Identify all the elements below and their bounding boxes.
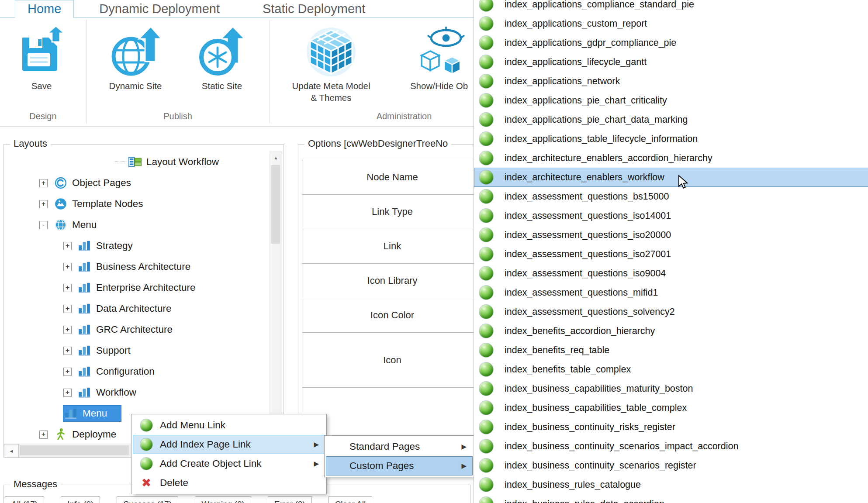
- update-meta-model-button[interactable]: Update Meta Model & Themes: [286, 23, 376, 103]
- page-list-item[interactable]: index_applications_lifecycle_gantt: [474, 52, 868, 72]
- page-list-item[interactable]: index_assessment_questions_solvency2: [474, 302, 868, 321]
- page-name: index_applications_gdpr_compliance_pie: [505, 38, 676, 48]
- messages-tab-success-17[interactable]: Success (17): [117, 496, 178, 503]
- collapse-icon[interactable]: -: [39, 221, 48, 229]
- page-list-item[interactable]: index_applications_pie_chart_criticality: [474, 91, 868, 110]
- page-list-item[interactable]: index_assessment_questions_mifid1: [474, 283, 868, 302]
- tab-dynamic-deployment[interactable]: Dynamic Deployment: [87, 0, 232, 17]
- messages-tab-all-17[interactable]: All (17): [5, 496, 44, 503]
- page-list-item[interactable]: index_applications_table_lifecycle_infor…: [474, 129, 868, 148]
- expand-icon[interactable]: +: [63, 242, 72, 250]
- tree-item-workflow[interactable]: +Workflow: [7, 382, 269, 403]
- tree-item-enterprise-architecture[interactable]: +Enterprise Architecture: [7, 277, 269, 298]
- tree-item-support[interactable]: +Support: [7, 340, 269, 361]
- submenu-item-standard-pages[interactable]: Standard Pages▶: [326, 437, 473, 456]
- context-menu-item-delete[interactable]: ✖Delete: [133, 473, 325, 493]
- page-name: index_applications_compliance_standard_p…: [505, 0, 694, 10]
- expand-icon[interactable]: +: [63, 368, 72, 376]
- tree-item-label: Data Architecture: [96, 303, 172, 314]
- context-menu-item-add-create-object-link[interactable]: Add Create Object Link▶: [133, 454, 325, 473]
- page-list-item[interactable]: index_benefits_accordion_hierarchy: [474, 321, 868, 341]
- page-list-item[interactable]: index_business_rules_data_accordion: [474, 494, 868, 503]
- tree-vertical-scrollbar[interactable]: ▲ ▼: [270, 152, 282, 443]
- page-list-item[interactable]: index_benefits_req_table: [474, 341, 868, 360]
- expand-icon[interactable]: +: [63, 389, 72, 397]
- green-orb-icon: [479, 382, 493, 396]
- page-name: index_applications_pie_chart_data_markin…: [505, 114, 688, 125]
- expand-icon[interactable]: +: [39, 179, 48, 187]
- expand-icon[interactable]: +: [39, 200, 48, 208]
- show-hide-objects-label: Show/Hide Ob: [410, 80, 468, 92]
- messages-tab-warning-0[interactable]: Warning (0): [195, 496, 251, 503]
- page-list-item[interactable]: index_applications_pie_chart_data_markin…: [474, 110, 868, 129]
- context-menu-item-add-menu-link[interactable]: Add Menu Link: [133, 416, 325, 435]
- page-list-item[interactable]: index_applications_gdpr_compliance_pie: [474, 33, 868, 52]
- expand-icon[interactable]: +: [63, 263, 72, 271]
- page-list-item[interactable]: index_assessment_questions_bs15000: [474, 187, 868, 206]
- tree-item-business-architecture[interactable]: +Business Architecture: [7, 256, 269, 277]
- tree-item-layout-workflow[interactable]: Layout Workflow: [7, 152, 269, 172]
- page-list-item[interactable]: index_business_capabilities_maturity_bos…: [474, 379, 868, 398]
- page-list-item[interactable]: index_business_continuity_scenarios_regi…: [474, 456, 868, 475]
- scroll-left-icon[interactable]: ◄: [4, 444, 19, 458]
- green-orb-icon: [479, 74, 493, 88]
- page-list-item[interactable]: index_assessment_questions_iso14001: [474, 206, 868, 225]
- expand-icon[interactable]: +: [63, 326, 72, 334]
- v-scroll-thumb[interactable]: [271, 165, 280, 244]
- page-list-item[interactable]: index_benefits_table_complex: [474, 360, 868, 379]
- menu-node-icon: [78, 302, 92, 315]
- page-list-item[interactable]: index_applications_custom_report: [474, 14, 868, 33]
- page-list-item[interactable]: index_applications_compliance_standard_p…: [474, 0, 868, 14]
- expand-icon[interactable]: +: [63, 305, 72, 313]
- page-name: index_business_continuity_risks_register: [505, 422, 675, 433]
- page-list-item[interactable]: index_architecture_enablers_accordion_hi…: [474, 148, 868, 168]
- menu-item-label: Delete: [160, 477, 188, 489]
- green-orb-icon: [479, 497, 493, 503]
- page-list-item-selected[interactable]: index_architecture_enablers_workflow: [474, 168, 868, 187]
- options-field-icon: Icon: [302, 332, 483, 388]
- green-orb-icon: [140, 438, 152, 451]
- context-menu-item-add-index-page-link[interactable]: Add Index Page Link▶: [133, 435, 325, 454]
- tree-item-menu[interactable]: -Menu: [7, 214, 269, 235]
- page-list-item[interactable]: index_business_capabilities_table_comple…: [474, 398, 868, 417]
- green-orb-icon: [479, 170, 493, 184]
- page-list-item[interactable]: index_business_continuity_scenarios_impa…: [474, 437, 868, 456]
- tab-static-deployment[interactable]: Static Deployment: [250, 0, 377, 17]
- tree-item-data-architecture[interactable]: +Data Architecture: [7, 298, 269, 319]
- group-label-publish: Publish: [86, 111, 270, 121]
- tree-item-grc-architecture[interactable]: +GRC Architecture: [7, 319, 269, 340]
- tab-home[interactable]: Home: [15, 0, 74, 18]
- messages-tab-info-0[interactable]: Info (0): [61, 496, 100, 503]
- submenu-item-custom-pages[interactable]: Custom Pages▶: [326, 456, 473, 475]
- page-list-item[interactable]: index_applications_network: [474, 72, 868, 91]
- template-nodes-icon: [54, 197, 68, 210]
- page-list-item[interactable]: index_assessment_questions_iso9004: [474, 264, 868, 283]
- page-list-item[interactable]: index_business_continuity_risks_register: [474, 417, 868, 437]
- scroll-up-icon[interactable]: ▲: [270, 152, 282, 163]
- tree-item-template-nodes[interactable]: +Template Nodes: [7, 193, 269, 214]
- messages-tab-error-0[interactable]: Error (0): [268, 496, 312, 503]
- expand-icon[interactable]: +: [63, 347, 72, 355]
- show-hide-objects-button[interactable]: Show/Hide Ob: [395, 23, 483, 92]
- dynamic-site-button[interactable]: Dynamic Site: [103, 23, 168, 92]
- messages-tab-clear-all[interactable]: Clear All: [329, 496, 373, 503]
- page-name: index_benefits_accordion_hierarchy: [505, 326, 655, 337]
- save-button[interactable]: Save: [9, 23, 74, 92]
- page-list-item[interactable]: index_assessment_questions_iso27001: [474, 245, 868, 264]
- tree-item-object-pages[interactable]: +Object Pages: [7, 172, 269, 193]
- tree-item-label: GRC Architecture: [96, 324, 173, 335]
- page-list-item[interactable]: index_business_rules_catalogue: [474, 475, 868, 494]
- page-name: index_assessment_questions_iso9004: [505, 268, 666, 279]
- expand-icon[interactable]: +: [63, 284, 72, 292]
- expand-icon[interactable]: +: [39, 431, 48, 439]
- page-name: index_business_continuity_scenarios_regi…: [505, 460, 696, 471]
- page-name: index_benefits_table_complex: [505, 364, 631, 375]
- green-orb-icon: [479, 36, 493, 50]
- static-site-label: Static Site: [202, 80, 242, 92]
- page-list-item[interactable]: index_assessment_questions_iso20000: [474, 225, 868, 245]
- green-orb-icon: [479, 305, 493, 319]
- static-site-button[interactable]: Static Site: [189, 23, 255, 92]
- h-scroll-thumb[interactable]: [20, 445, 129, 455]
- tree-item-strategy[interactable]: +Strategy: [7, 235, 269, 256]
- tree-item-configuration[interactable]: +Configuration: [7, 361, 269, 382]
